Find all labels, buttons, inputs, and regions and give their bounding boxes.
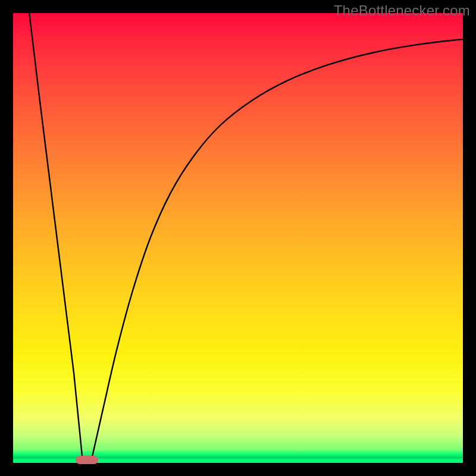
bottleneck-marker [76, 456, 98, 464]
watermark-text: TheBottlenecker.com [334, 2, 470, 19]
curve-right-branch [92, 39, 463, 459]
curve-svg [13, 13, 463, 463]
plot-area [13, 13, 463, 463]
chart-frame: TheBottlenecker.com [0, 0, 476, 476]
curve-left-branch [29, 13, 82, 458]
